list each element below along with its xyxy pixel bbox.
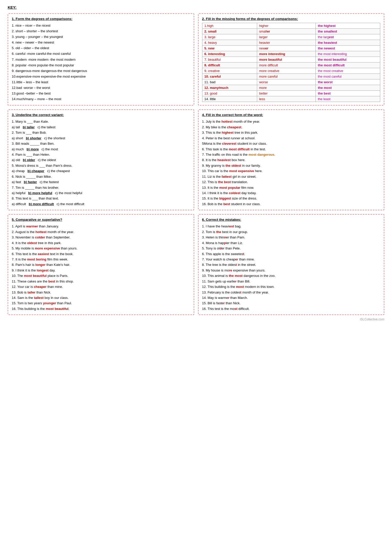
list-item: 5Mona is the cleverest student in our cl… — [202, 141, 380, 146]
list-item: 16. This building is the most beautiful. — [12, 306, 190, 311]
list-item: a) difficult b) more difficult c) the mo… — [12, 201, 190, 207]
list-item: a) tall b) taller c) the tallest — [12, 124, 190, 130]
list-item: 6. Nick is _____ than Mike. — [12, 174, 190, 179]
list-item: 7. The traffic on this road is the most … — [202, 152, 380, 157]
list-item: 10.expensive-more expensive-the most exp… — [12, 74, 190, 79]
section-4-box: 4. Fill in the correct form of the word:… — [198, 109, 385, 210]
list-item: 10. This animal is the most dangerous in… — [202, 273, 380, 278]
list-item: 2. My bike is the cheapest. — [202, 124, 380, 130]
list-item: 15. It is the biggest size of the dress. — [202, 196, 380, 201]
section-2-box: 2. Fill in the missing forms of the degr… — [198, 13, 385, 106]
section-1-title: 1. Form the degrees of comparisons: — [12, 17, 190, 21]
list-item: 15. Bill is faster than Nick. — [202, 300, 380, 306]
list-item: 4. Peter is the best runner at school. — [202, 135, 380, 141]
list-item: 7. Tim is _____ than his brother. — [12, 185, 190, 190]
list-item: 1. April is warmer than January. — [12, 224, 190, 229]
key-title: KEY: — [8, 5, 384, 9]
list-item: 4. new – newer – the newest — [12, 40, 190, 45]
section-6-box: 6. Correct the mistakes: 1. I have the h… — [198, 214, 385, 315]
list-item: 8. Pam's hair is longer than Kate's hair… — [12, 262, 190, 267]
list-item: 2. August is the hottest month of the ye… — [12, 229, 190, 235]
table-row: 13. good better the best — [202, 91, 380, 96]
brand-label: iSLCollective.com — [8, 318, 384, 321]
list-item: 5. Tony is older than Pete. — [202, 246, 380, 251]
section-3-content: 1. Mary is ___ than Kate. a) tall b) tal… — [12, 119, 190, 207]
list-item: 6. This text is the easiest text in the … — [12, 251, 190, 257]
list-item: 4. Pam is ___ than Helen. — [12, 152, 190, 157]
list-item: 7. modern -more modern -the most modern — [12, 57, 190, 62]
table-row: 1.high higher the highest — [202, 23, 380, 29]
list-item: 11. Sam gets up earlier than Bill. — [202, 279, 380, 284]
table-row: 4. heavy heavier the heaviest — [202, 40, 380, 46]
section-5-title: 5. Comparative or superlative? — [12, 218, 190, 222]
list-item: 2. Tom is the best in our group. — [202, 229, 380, 235]
list-item: 1. I have the heaviest bag. — [202, 224, 380, 229]
list-item: 3. This is the highest tree in this park… — [202, 130, 380, 135]
list-item: 2. Tom is ___ than Bob. — [12, 130, 190, 135]
table-row: 10. careful more careful the most carefu… — [202, 74, 380, 79]
list-item: 1. Mary is ___ than Kate. — [12, 119, 190, 124]
section-3-box: 3. Underline the correct variant: 1. Mar… — [8, 109, 194, 210]
list-item: 6. careful -more careful-the most carefu… — [12, 51, 190, 57]
list-item: 11. Liz is the fattest girl in our stree… — [202, 174, 380, 179]
list-item: 8. popular -more popular-the most popula… — [12, 62, 190, 68]
list-item: 6. This apple is the sweetest. — [202, 251, 380, 257]
list-item: 5. My mobile is more expensive than your… — [12, 246, 190, 251]
list-item: 9. dangerous-more dangerous-the most dan… — [12, 68, 190, 74]
list-item: 5. Mona's dress is ___ than Pam's dress. — [12, 163, 190, 168]
table-row: 5. new newer the newest — [202, 46, 380, 51]
list-item: 14.much/many – more – the most — [12, 96, 190, 102]
table-row: 3. large larger the largest — [202, 34, 380, 40]
list-item: 13. It is the most popular film now. — [202, 185, 380, 190]
list-item: 7. Your watch is cheaper than mine. — [202, 257, 380, 262]
list-item: 12. This is the best translation. — [202, 179, 380, 185]
list-item: 9. My granny is the oldest in our family… — [202, 163, 380, 168]
list-item: a) fast b) faster c) the fastest — [12, 179, 190, 185]
list-item: 5. old – older – the oldest — [12, 45, 190, 51]
list-item: 12. Your car is cheaper than mine. — [12, 284, 190, 289]
list-item: a) old b) older c) the oldest — [12, 157, 190, 163]
table-row: 9. creative more creative the most creat… — [202, 68, 380, 74]
list-item: 13. February is the coldest month of the… — [202, 290, 380, 295]
list-item: 1. July is the hottest month of the year… — [202, 119, 380, 124]
list-item: 15. Tom is two years younger than Paul. — [12, 300, 190, 306]
list-item: 16. Bob is the best student in our class… — [202, 201, 380, 207]
list-item: 10. This car is the most expensive here. — [202, 168, 380, 174]
table-row: 12. many/much more the most — [202, 85, 380, 91]
table-row: 2. small smaller the smallest — [202, 29, 380, 34]
section-4-title: 4. Fill in the correct form of the word: — [202, 113, 380, 117]
section-2-title: 2. Fill in the missing forms of the degr… — [202, 17, 380, 21]
section-3-title: 3. Underline the correct variant: — [12, 113, 190, 117]
list-item: 12. This building is the most modern in … — [202, 284, 380, 289]
section-1-box: 1. Form the degrees of comparisons: 1. n… — [8, 13, 194, 106]
list-item: a) helpful b) more helpful c) the most h… — [12, 190, 190, 196]
list-item: 8. This text is ___ than that text. — [12, 196, 190, 201]
list-item: 10. The most beautiful place is Paris. — [12, 273, 190, 278]
list-item: a) cheap b) cheaper c) the cheapest — [12, 168, 190, 174]
comparison-table: 1.high higher the highest 2. small small… — [202, 23, 380, 102]
table-row: 7. beautiful more beautiful the most bea… — [202, 57, 380, 62]
list-item: 14. Sam is the tallest boy in our class. — [12, 295, 190, 300]
list-item: 11.little – less – the least — [12, 79, 190, 85]
list-item: 3. Bill reads _____ than Ben. — [12, 141, 190, 146]
section-4-content: 1. July is the hottest month of the year… — [202, 119, 380, 207]
section-5-content: 1. April is warmer than January. 2. Augu… — [12, 224, 190, 311]
table-row: 8. difficult more difficult the most dif… — [202, 62, 380, 68]
table-row: 14. little less the least — [202, 96, 380, 102]
list-item: 6. This task is the most difficult in th… — [202, 146, 380, 152]
list-item: 3. young – younger – the youngest — [12, 34, 190, 40]
list-item: 14. I think it is the coldest day today. — [202, 190, 380, 196]
list-item: 9. I think it is the longest day. — [12, 268, 190, 273]
list-item: 2. short – shorter – the shortest — [12, 28, 190, 34]
list-item: a) much b) more c) the most — [12, 146, 190, 152]
table-row: 11. bad worse the worst — [202, 79, 380, 85]
list-item: 9. My house is more expensive than yours… — [202, 268, 380, 273]
list-item: 8. The tree is the oldest in the street. — [202, 262, 380, 267]
section-6-title: 6. Correct the mistakes: — [202, 218, 380, 222]
list-item: 3. Helen is thinner than Pam. — [202, 235, 380, 240]
table-row: 6. interesting more interesting the most… — [202, 51, 380, 57]
list-item: 1. nice – nicer – the nicest — [12, 23, 190, 28]
list-item: 14. May is warmer than March. — [202, 295, 380, 300]
list-item: 4. It is the oldest tree in this park. — [12, 240, 190, 246]
list-item: 4. Mona is happier than Liz. — [202, 240, 380, 246]
